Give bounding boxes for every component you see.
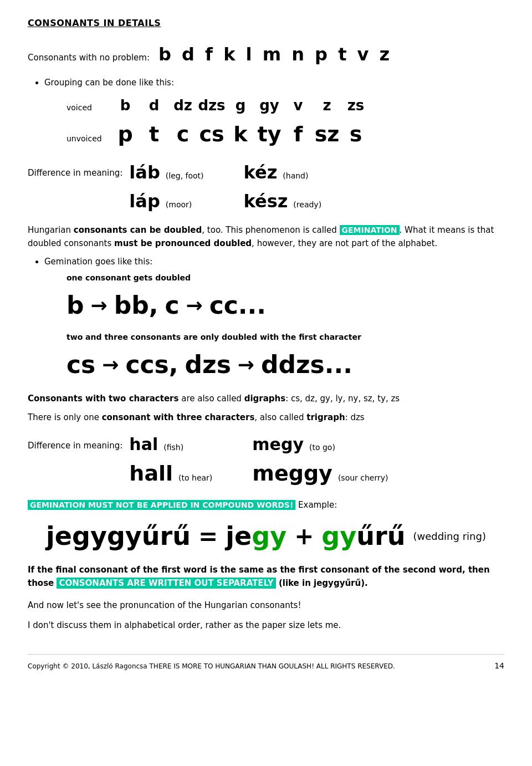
- voiced-v: v: [284, 95, 313, 116]
- diff1-kez: kéz: [244, 159, 278, 186]
- diff2-tohear: (to hear): [178, 472, 212, 484]
- gem-ex1: b → bb, c → cc...: [66, 287, 504, 324]
- plus-sign: +: [294, 519, 314, 554]
- jegy-desc: (wedding ring): [413, 529, 485, 544]
- gem-goes-content: one consonant gets doubled b → bb, c → c…: [66, 272, 504, 383]
- unvoiced-s: s: [341, 119, 370, 150]
- voiced-row: voiced b d dz dzs g gy v z zs: [66, 95, 504, 116]
- voiced-g: g: [226, 95, 255, 116]
- diff2-fish: (fish): [163, 442, 183, 453]
- voiced-b: b: [111, 95, 140, 116]
- unvoiced-p: p: [111, 119, 140, 150]
- para-doubled: Hungarian consonants can be doubled, too…: [28, 223, 504, 250]
- jegy-part1: jegy: [226, 517, 287, 555]
- final-note2: I don't discuss them in alphabetical ord…: [28, 619, 504, 632]
- diff2-left: hal (fish) hall (to hear): [129, 432, 212, 489]
- voiced-zs: zs: [341, 95, 370, 116]
- gem-arr2: →: [186, 290, 202, 320]
- difference1-section: Difference in meaning: láb (leg, foot) l…: [28, 159, 504, 215]
- copyright-section: Copyright © 2010, László Ragoncsa THERE …: [28, 654, 504, 672]
- voiced-z: z: [313, 95, 341, 116]
- diff1-row2-left: láp (moor): [129, 188, 203, 215]
- grouping-intro: Grouping can be done like this:: [44, 78, 174, 88]
- gem-b: b: [66, 287, 84, 324]
- diff1-legfoot: (leg, foot): [166, 170, 204, 182]
- unvoiced-ty: ty: [255, 119, 284, 150]
- consonants-no-problem-label: Consonants with no problem:: [28, 52, 150, 64]
- diff2-megy: megy: [252, 432, 304, 457]
- bold-pronounced: must be pronounced doubled: [114, 238, 252, 248]
- digraph-bold: Consonants with two characters: [28, 394, 178, 404]
- gem-dzs: dzs: [185, 346, 231, 383]
- diff2-hal: hal: [129, 432, 158, 457]
- gem-c: c: [165, 287, 179, 324]
- final-section: And now let's see the pronuncation of th…: [28, 599, 504, 632]
- diff2-hall: hall: [129, 458, 173, 489]
- digraph-word: digraphs: [244, 394, 285, 404]
- jegy-uru: űrű: [142, 521, 191, 551]
- voiced-label: voiced: [66, 102, 111, 114]
- diff1-left: láb (leg, foot) láp (moor): [129, 159, 203, 215]
- example-label: Example:: [298, 500, 337, 510]
- jegy-gygy: gygy: [72, 521, 142, 551]
- diff2-hall-row: hall (to hear): [129, 458, 212, 489]
- unvoiced-row: unvoiced p t c cs k ty f sz s: [66, 119, 504, 150]
- gem-ccs: ccs,: [125, 346, 178, 383]
- gemination-bullet: Gemination goes like this: one consonant…: [44, 256, 504, 384]
- gem-ex2: cs → ccs, dzs → ddzs...: [66, 346, 504, 383]
- gem-one-label: one consonant gets doubled: [66, 272, 504, 284]
- diff2-megy-row: megy (to go): [252, 432, 388, 457]
- unvoiced-f: f: [284, 119, 313, 150]
- unvoiced-c: c: [168, 119, 197, 150]
- bold-doubled: consonants can be doubled: [74, 225, 202, 235]
- grouping-bullet: Grouping can be done like this: voiced b…: [44, 76, 504, 150]
- gem-arr1: →: [91, 290, 108, 320]
- diff2-togo: (to go): [309, 442, 335, 453]
- consonants-no-problem-letters: b d f k l m n p t v z: [158, 41, 392, 68]
- gem-cs: cs: [66, 346, 95, 383]
- diff1-hand: (hand): [283, 170, 308, 182]
- eq-sign: =: [198, 519, 218, 554]
- voiced-dzs: dzs: [197, 95, 226, 116]
- gem-arr3: →: [102, 350, 119, 380]
- diff2-sourcherry: (sour cherry): [338, 472, 388, 484]
- jegy-part2: gyűrű: [321, 517, 405, 555]
- gemination-section: Gemination goes like this: one consonant…: [28, 256, 504, 384]
- trigraph-word: trigraph: [306, 412, 345, 422]
- voiced-gy: gy: [255, 95, 284, 116]
- diff1-moor: (moor): [166, 199, 192, 211]
- diff2-right: megy (to go) meggy (sour cherry): [252, 432, 388, 489]
- diff1-kesz: kész: [244, 188, 288, 215]
- diff1-ready: (ready): [293, 199, 321, 211]
- jegy-je: je: [46, 521, 72, 551]
- final-note1: And now let's see the pronuncation of th…: [28, 599, 504, 612]
- diff2-meggy-row: meggy (sour cherry): [252, 458, 388, 489]
- trigraph-bold: consonant with three characters: [102, 412, 255, 422]
- jegy-full: jegygyűrű: [46, 517, 191, 555]
- page-number: 14: [494, 660, 504, 672]
- gemination-warning-para: GEMINATION MUST NOT BE APPLIED IN COMPOU…: [28, 498, 504, 512]
- final-bold-para: If the final consonant of the first word…: [28, 563, 504, 590]
- diff1-row2-right: kész (ready): [244, 188, 322, 215]
- gem-arr4: →: [238, 350, 254, 380]
- unvoiced-cs: cs: [197, 119, 226, 150]
- jegy-gy2-green: gy: [321, 521, 356, 551]
- separately-badge: CONSONANTS ARE WRITTEN OUT SEPARATELY: [57, 578, 275, 589]
- trigraph-line: There is only one consonant with three c…: [28, 411, 504, 424]
- consonants-no-problem-section: Consonants with no problem: b d f k l m …: [28, 41, 504, 68]
- page-title: Consonants in details: [28, 17, 504, 30]
- grouping-table: voiced b d dz dzs g gy v z zs unvoiced p…: [66, 95, 504, 150]
- gemination-warning-badge: GEMINATION MUST NOT BE APPLIED IN COMPOU…: [28, 500, 295, 510]
- digraph-line: Consonants with two characters are also …: [28, 392, 504, 405]
- diff1-lab: láb: [129, 159, 160, 186]
- diff1-right: kéz (hand) kész (ready): [244, 159, 322, 215]
- unvoiced-label: unvoiced: [66, 133, 111, 145]
- diff2-label: Difference in meaning:: [28, 440, 122, 452]
- diff2-hal-row: hal (fish): [129, 432, 212, 457]
- diff1-label: Difference in meaning:: [28, 167, 122, 180]
- diff1-row1-right: kéz (hand): [244, 159, 322, 186]
- compound-example: jegygyűrű = jegy + gyűrű (wedding ring): [28, 517, 504, 555]
- unvoiced-t: t: [140, 119, 168, 150]
- diff1-row1-left: láb (leg, foot): [129, 159, 203, 186]
- gem-ddzs: ddzs...: [261, 346, 352, 383]
